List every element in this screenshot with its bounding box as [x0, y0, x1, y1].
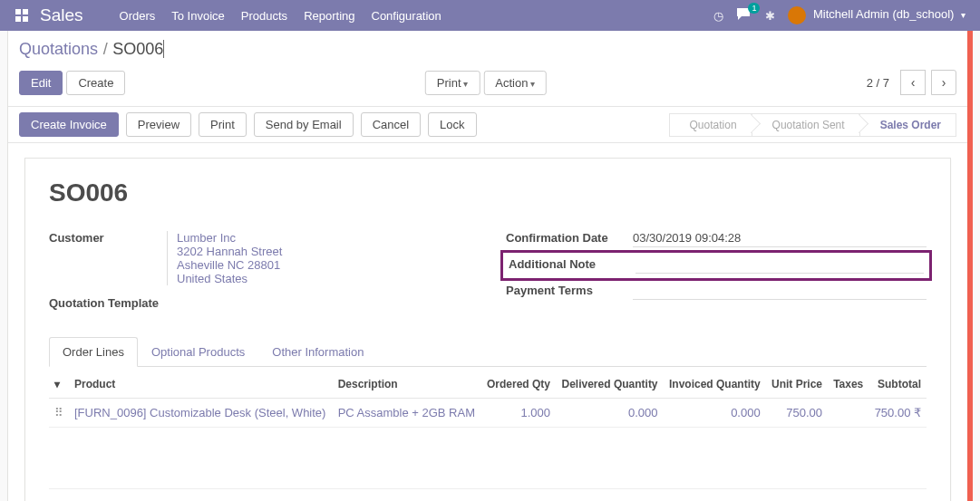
breadcrumb-parent[interactable]: Quotations: [19, 40, 98, 58]
status-bar: Create Invoice Preview Print Send by Ema…: [8, 106, 967, 143]
status-quotation-sent[interactable]: Quotation Sent: [752, 113, 860, 137]
left-column: Customer Lumber Inc 3202 Hannah Street A…: [49, 226, 470, 315]
content-wrap: Quotations / SO006 Edit Create Print Act…: [7, 31, 973, 501]
nav-products[interactable]: Products: [241, 9, 287, 23]
tab-other-information[interactable]: Other Information: [258, 337, 377, 367]
nav-reporting[interactable]: Reporting: [304, 9, 354, 23]
print-dropdown[interactable]: Print: [425, 71, 480, 95]
bug-icon[interactable]: ✱: [765, 9, 775, 23]
control-row: Edit Create Print Action 2 / 7 ‹›: [8, 63, 967, 106]
customer-city: Asheville NC 28801: [177, 258, 470, 272]
form-sheet: SO006 Customer Lumber Inc 3202 Hannah St…: [24, 158, 951, 501]
pager-next-button[interactable]: ›: [931, 70, 956, 95]
customer-value[interactable]: Lumber Inc 3202 Hannah Street Asheville …: [167, 231, 470, 285]
customer-country: United States: [177, 272, 470, 285]
nav-orders[interactable]: Orders: [120, 9, 156, 23]
chevron-down-icon: ▾: [961, 10, 965, 20]
customer-label: Customer: [49, 231, 167, 245]
avatar: [788, 6, 806, 24]
nav-to-invoice[interactable]: To Invoice: [171, 9, 225, 23]
th-description[interactable]: Description: [333, 371, 481, 399]
cell-price: 750.00: [766, 399, 828, 428]
svg-rect-2: [15, 16, 21, 22]
breadcrumb-current: SO006: [112, 40, 164, 58]
cell-description: PC Assamble + 2GB RAM: [333, 399, 481, 428]
app-brand[interactable]: Sales: [40, 5, 83, 25]
th-delivered[interactable]: Delivered Quantity: [556, 371, 664, 399]
customer-name: Lumber Inc: [177, 231, 470, 245]
create-button[interactable]: Create: [66, 71, 125, 95]
status-sales-order[interactable]: Sales Order: [860, 113, 956, 137]
cell-invoiced: 0.000: [664, 399, 766, 428]
print-button[interactable]: Print: [199, 112, 247, 137]
lock-button[interactable]: Lock: [428, 112, 476, 137]
tab-optional-products[interactable]: Optional Products: [138, 337, 258, 367]
order-name: SO006: [49, 178, 927, 207]
create-invoice-button[interactable]: Create Invoice: [19, 112, 119, 137]
cell-subtotal: 750.00 ₹: [868, 399, 927, 428]
breadcrumb-sep: /: [103, 40, 108, 58]
tab-order-lines[interactable]: Order Lines: [49, 337, 138, 367]
clock-icon[interactable]: ◷: [713, 9, 723, 23]
th-ordered[interactable]: Ordered Qty: [481, 371, 556, 399]
confirmation-date-label: Confirmation Date: [506, 231, 633, 245]
user-menu[interactable]: Mitchell Admin (db_school) ▾: [788, 6, 965, 24]
pager-prev-button[interactable]: ‹: [900, 70, 926, 95]
status-quotation[interactable]: Quotation: [669, 113, 752, 137]
svg-rect-1: [23, 9, 28, 14]
additional-note-value[interactable]: [636, 257, 924, 274]
tabs: Order Lines Optional Products Other Info…: [49, 337, 927, 367]
drag-handle-icon[interactable]: ⠿: [49, 399, 69, 428]
apps-icon[interactable]: [15, 8, 29, 23]
th-subtotal[interactable]: Subtotal: [868, 371, 927, 399]
action-dropdown[interactable]: Action: [483, 71, 547, 95]
topbar: Sales Orders To Invoice Products Reporti…: [0, 0, 980, 31]
right-column: Confirmation Date 03/30/2019 09:04:28 Ad…: [506, 226, 927, 315]
th-price[interactable]: Unit Price: [766, 371, 828, 399]
confirmation-date-value: 03/30/2019 09:04:28: [633, 231, 927, 247]
topbar-right: ◷ 1 ✱ Mitchell Admin (db_school) ▾: [713, 6, 965, 24]
th-invoiced[interactable]: Invoiced Quantity: [664, 371, 766, 399]
cell-taxes: [828, 399, 868, 428]
svg-rect-0: [15, 9, 21, 14]
table-row[interactable]: ⠿ [FURN_0096] Customizable Desk (Steel, …: [49, 399, 927, 428]
top-nav: Orders To Invoice Products Reporting Con…: [120, 9, 714, 23]
payment-terms-value[interactable]: [633, 284, 927, 300]
pager-text[interactable]: 2 / 7: [867, 76, 889, 90]
customer-street: 3202 Hannah Street: [177, 245, 470, 258]
additional-note-label: Additional Note: [509, 257, 636, 271]
user-label: Mitchell Admin (db_school): [813, 7, 954, 21]
cell-ordered: 1.000: [481, 399, 556, 428]
svg-rect-3: [23, 16, 28, 22]
breadcrumb: Quotations / SO006: [8, 31, 967, 63]
additional-note-highlight: Additional Note: [500, 250, 932, 281]
payment-terms-label: Payment Terms: [506, 284, 633, 297]
cell-product[interactable]: [FURN_0096] Customizable Desk (Steel, Wh…: [69, 399, 333, 428]
send-email-button[interactable]: Send by Email: [254, 112, 354, 137]
cancel-button[interactable]: Cancel: [361, 112, 421, 137]
th-product[interactable]: Product: [69, 371, 333, 399]
th-taxes[interactable]: Taxes: [828, 371, 868, 399]
nav-configuration[interactable]: Configuration: [372, 9, 441, 23]
chat-icon[interactable]: 1: [736, 7, 752, 24]
drag-col: ▾: [49, 371, 69, 399]
table-filler: [49, 428, 927, 489]
status-arrows: Quotation Quotation Sent Sales Order: [669, 113, 956, 137]
order-lines-table: ▾ Product Description Ordered Qty Delive…: [49, 371, 927, 428]
preview-button[interactable]: Preview: [126, 112, 191, 137]
cell-delivered: 0.000: [556, 399, 664, 428]
chat-badge: 1: [748, 3, 760, 14]
quotation-template-label: Quotation Template: [49, 296, 167, 310]
edit-button[interactable]: Edit: [19, 71, 63, 95]
